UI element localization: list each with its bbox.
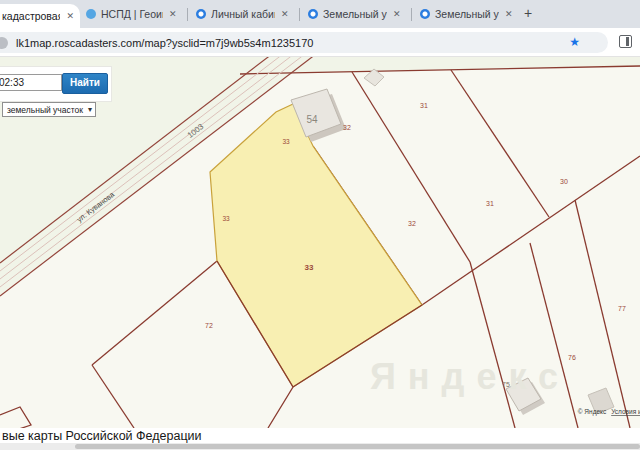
object-type-value: земельный участок	[7, 105, 83, 115]
site-favicon-icon	[196, 9, 206, 19]
parcel-label: 30	[560, 178, 568, 185]
tab-personal-account[interactable]: Личный кабинет :: Избран ✕	[196, 0, 294, 28]
side-panel-icon[interactable]	[619, 35, 632, 48]
address-bar: lk1map.roscadasters.com/map?ysclid=m7j9w…	[0, 28, 640, 57]
bookmark-star-icon[interactable]: ★	[569, 35, 580, 49]
close-icon[interactable]: ✕	[393, 9, 401, 19]
tab-cadastral-map[interactable]: кадастровая ка ✕	[0, 4, 80, 28]
tab-nspd[interactable]: НСПД | Геоинформационн ✕	[86, 0, 182, 28]
horizontal-scrollbar-track[interactable]	[0, 443, 640, 450]
close-icon[interactable]: ✕	[66, 11, 74, 21]
map-terms-link[interactable]: Условия ис	[611, 408, 640, 415]
find-button[interactable]: Найти	[62, 73, 108, 94]
cadastral-map[interactable]: 1003ул. Куванова543231303132333333727576…	[0, 57, 640, 428]
cadastral-number-input[interactable]	[0, 74, 62, 91]
tab-title: НСПД | Геоинформационн	[101, 8, 163, 20]
map-canvas[interactable]: 1003ул. Куванова543231303132333333727576…	[0, 57, 640, 428]
tab-title: Земельный участок, площ	[435, 8, 499, 20]
parcel-label: 32	[408, 220, 416, 227]
page-footer: вые карты Российской Федерации	[0, 428, 640, 443]
watermark: Яндекс	[370, 356, 570, 397]
object-type-select[interactable]: земельный участок ▾	[2, 102, 96, 117]
site-favicon-icon	[420, 9, 430, 19]
tab-separator	[299, 8, 300, 21]
parcel-label: 33	[282, 138, 290, 145]
tab-land-parcel-1[interactable]: Земельный участок, площ ✕	[308, 0, 406, 28]
nspd-favicon-icon	[86, 9, 96, 19]
tab-strip: кадастровая ка ✕ НСПД | Геоинформационн …	[0, 0, 640, 28]
url-text: lk1map.roscadasters.com/map?ysclid=m7j9w…	[16, 37, 313, 49]
parcel-label: 77	[618, 305, 626, 312]
chevron-down-icon: ▾	[88, 103, 92, 117]
new-tab-button[interactable]: +	[524, 5, 532, 21]
tab-title: кадастровая ка	[2, 10, 60, 22]
parcel-label: 72	[205, 322, 213, 329]
tab-title: Земельный участок, площ	[323, 8, 387, 20]
site-info-icon[interactable]	[0, 37, 8, 49]
site-favicon-icon	[308, 9, 318, 19]
parcel-label: 33	[222, 215, 230, 222]
tab-land-parcel-2[interactable]: Земельный участок, площ ✕	[420, 0, 518, 28]
footer-title: вые карты Российской Федерации	[2, 429, 202, 443]
parcel-label: 31	[420, 102, 428, 109]
highlighted-parcel-label: 33	[305, 263, 314, 272]
close-icon[interactable]: ✕	[281, 9, 289, 19]
close-icon[interactable]: ✕	[505, 9, 513, 19]
url-input[interactable]: lk1map.roscadasters.com/map?ysclid=m7j9w…	[0, 32, 608, 53]
parcel-label: 32	[343, 124, 351, 131]
parcel-label: 31	[486, 200, 494, 207]
building-label: 54	[306, 114, 318, 125]
horizontal-scrollbar-thumb[interactable]	[75, 444, 640, 449]
browser-window: кадастровая ка ✕ НСПД | Геоинформационн …	[0, 0, 640, 450]
close-icon[interactable]: ✕	[169, 9, 177, 19]
map-copyright: © Яндекс	[578, 408, 607, 416]
tab-title: Личный кабинет :: Избран	[211, 8, 275, 20]
tab-separator	[411, 8, 412, 21]
tab-separator	[187, 8, 188, 21]
